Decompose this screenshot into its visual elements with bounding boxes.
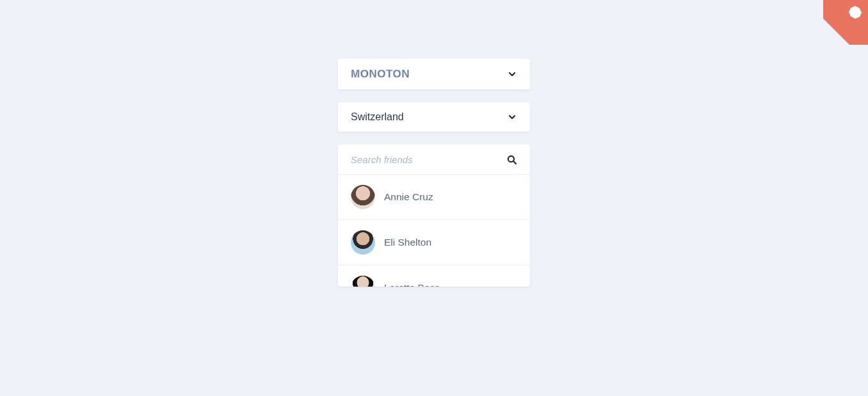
friend-name: Eli Shelton (384, 237, 431, 248)
friends-search-input[interactable] (351, 154, 479, 165)
country-dropdown-label: Switzerland (351, 111, 404, 123)
corner-ribbon[interactable] (823, 0, 868, 45)
font-dropdown-label: Monoton (351, 68, 410, 81)
search-icon[interactable] (506, 154, 517, 165)
svg-line-1 (513, 161, 515, 163)
friend-item[interactable]: Loretta Bass (338, 265, 530, 287)
chevron-down-icon (507, 69, 517, 79)
friend-name: Loretta Bass (384, 282, 440, 287)
ribbon-icon (846, 2, 865, 22)
friend-item[interactable]: Eli Shelton (338, 220, 530, 265)
friend-item[interactable]: Annie Cruz (338, 175, 530, 220)
demo-stage: Monoton Switzerland Annie Cruz (338, 0, 530, 287)
country-dropdown[interactable]: Switzerland (338, 102, 530, 132)
friend-name: Annie Cruz (384, 191, 433, 203)
avatar (351, 276, 375, 287)
font-dropdown[interactable]: Monoton (338, 59, 530, 90)
friends-search-row (338, 145, 530, 175)
avatar (351, 185, 375, 209)
avatar (351, 230, 375, 255)
friends-list[interactable]: Annie Cruz Eli Shelton Loretta Bass (338, 175, 530, 287)
friends-panel: Annie Cruz Eli Shelton Loretta Bass (338, 145, 530, 287)
chevron-down-icon (507, 112, 517, 122)
